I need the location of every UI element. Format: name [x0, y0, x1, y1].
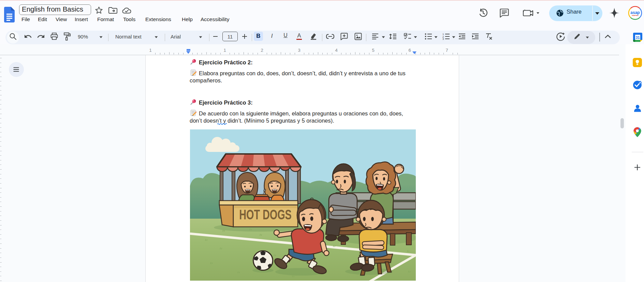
- svg-text:asap: asap: [630, 10, 640, 15]
- svg-text:3: 3: [442, 37, 444, 40]
- svg-text:HOT DOGS: HOT DOGS: [239, 207, 292, 222]
- svg-text:STAFFING: STAFFING: [632, 15, 639, 16]
- svg-text:31: 31: [635, 35, 640, 40]
